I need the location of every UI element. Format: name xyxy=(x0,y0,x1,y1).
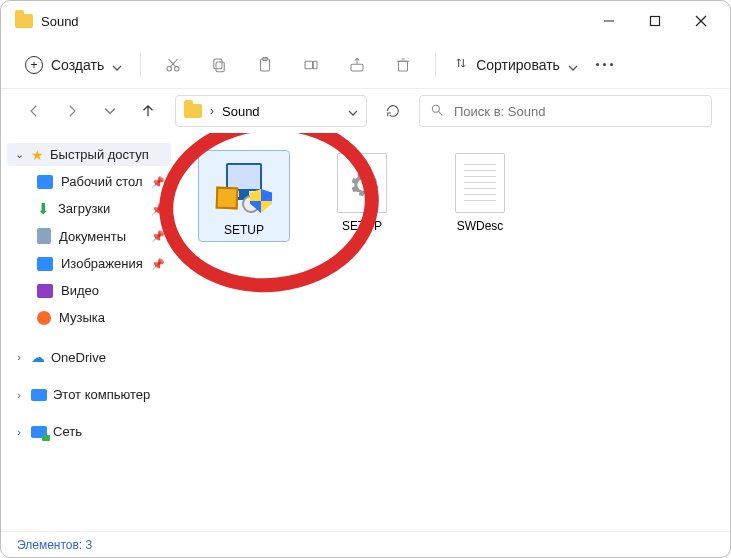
sidebar: ⌄ ★ Быстрый доступ Рабочий стол 📌 ⬇ Загр… xyxy=(1,133,179,531)
svg-rect-12 xyxy=(305,61,313,69)
navbar: › Sound Поиск в: Sound xyxy=(1,89,730,133)
rename-button[interactable] xyxy=(291,49,331,81)
sidebar-item-this-pc[interactable]: › Этот компьютер xyxy=(3,381,175,408)
sort-button-label: Сортировать xyxy=(476,57,560,73)
sidebar-item-label: Музыка xyxy=(59,310,105,325)
sidebar-item-label: Документы xyxy=(59,229,126,244)
file-item[interactable]: SWDesc xyxy=(435,151,525,241)
copy-button[interactable] xyxy=(199,49,239,81)
file-label: SETUP xyxy=(342,219,382,233)
sidebar-item-label: Изображения xyxy=(61,256,143,271)
cloud-icon: ☁ xyxy=(31,349,45,365)
back-button[interactable] xyxy=(19,96,49,126)
chevron-down-icon: ⌄ xyxy=(13,148,25,161)
explorer-window: Sound + Создать xyxy=(0,0,731,558)
text-file-icon xyxy=(448,151,512,215)
search-input[interactable]: Поиск в: Sound xyxy=(419,95,712,127)
svg-rect-13 xyxy=(313,61,317,69)
music-icon xyxy=(37,311,51,325)
pc-icon xyxy=(31,389,47,401)
file-item[interactable]: SETUP xyxy=(317,151,407,241)
maximize-button[interactable] xyxy=(632,5,678,37)
star-icon: ★ xyxy=(31,148,44,162)
separator xyxy=(140,53,141,77)
chevron-down-icon[interactable] xyxy=(348,106,358,116)
file-label: SETUP xyxy=(224,223,264,237)
chevron-down-icon xyxy=(112,60,122,70)
sidebar-item-pictures[interactable]: Изображения 📌 xyxy=(3,250,175,277)
pin-icon: 📌 xyxy=(151,258,165,271)
sidebar-item-documents[interactable]: Документы 📌 xyxy=(3,222,175,250)
up-button[interactable] xyxy=(133,96,163,126)
config-file-icon xyxy=(330,151,394,215)
recent-locations-button[interactable] xyxy=(95,96,125,126)
new-button-label: Создать xyxy=(51,57,104,73)
network-icon xyxy=(31,426,47,438)
svg-point-18 xyxy=(432,105,439,112)
desktop-icon xyxy=(37,175,53,189)
paste-button[interactable] xyxy=(245,49,285,81)
sidebar-item-desktop[interactable]: Рабочий стол 📌 xyxy=(3,168,175,195)
video-icon xyxy=(37,284,53,298)
new-button[interactable]: + Создать xyxy=(19,52,128,78)
chevron-right-icon: › xyxy=(13,426,25,438)
sort-button[interactable]: Сортировать xyxy=(448,52,584,77)
svg-rect-1 xyxy=(651,17,660,26)
sidebar-item-network[interactable]: › Сеть xyxy=(3,418,175,445)
svg-point-5 xyxy=(175,66,180,71)
plus-icon: + xyxy=(25,56,43,74)
svg-rect-9 xyxy=(214,59,222,69)
share-button[interactable] xyxy=(337,49,377,81)
sidebar-item-label: Загрузки xyxy=(58,201,110,216)
gear-icon xyxy=(346,168,380,202)
close-button[interactable] xyxy=(678,5,724,37)
cut-button[interactable] xyxy=(153,49,193,81)
svg-rect-14 xyxy=(351,64,363,71)
file-item[interactable]: SETUP xyxy=(199,151,289,241)
sidebar-item-label: Быстрый доступ xyxy=(50,147,149,162)
sidebar-item-label: Этот компьютер xyxy=(53,387,150,402)
document-icon xyxy=(37,228,51,244)
sidebar-quick-access[interactable]: ⌄ ★ Быстрый доступ xyxy=(7,143,171,166)
sort-icon xyxy=(454,56,468,73)
titlebar: Sound xyxy=(1,1,730,41)
minimize-button[interactable] xyxy=(586,5,632,37)
chevron-right-icon: › xyxy=(210,104,214,118)
download-icon: ⬇ xyxy=(37,201,50,216)
pictures-icon xyxy=(37,257,53,271)
pin-icon: 📌 xyxy=(151,176,165,189)
svg-rect-8 xyxy=(216,62,224,72)
breadcrumb-current: Sound xyxy=(222,104,260,119)
delete-button[interactable] xyxy=(383,49,423,81)
chevron-right-icon: › xyxy=(13,389,25,401)
svg-rect-15 xyxy=(399,61,408,71)
svg-line-19 xyxy=(439,111,443,115)
sidebar-item-label: OneDrive xyxy=(51,350,106,365)
sidebar-item-videos[interactable]: Видео xyxy=(3,277,175,304)
file-label: SWDesc xyxy=(457,219,504,233)
window-title: Sound xyxy=(41,14,79,29)
status-bar: Элементов: 3 xyxy=(1,531,730,557)
pin-icon: 📌 xyxy=(151,230,165,243)
sidebar-item-label: Видео xyxy=(61,283,99,298)
sidebar-item-label: Рабочий стол xyxy=(61,174,143,189)
sidebar-item-onedrive[interactable]: › ☁ OneDrive xyxy=(3,343,175,371)
search-placeholder: Поиск в: Sound xyxy=(454,104,545,119)
chevron-down-icon xyxy=(568,60,578,70)
svg-point-4 xyxy=(167,66,172,71)
chevron-right-icon: › xyxy=(13,351,25,363)
folder-icon xyxy=(184,104,202,118)
installer-exe-icon xyxy=(212,155,276,219)
pin-icon: 📌 xyxy=(151,203,165,216)
sidebar-item-downloads[interactable]: ⬇ Загрузки 📌 xyxy=(3,195,175,222)
body: ⌄ ★ Быстрый доступ Рабочий стол 📌 ⬇ Загр… xyxy=(1,133,730,531)
toolbar: + Создать xyxy=(1,41,730,89)
separator xyxy=(435,53,436,77)
breadcrumb[interactable]: › Sound xyxy=(175,95,367,127)
refresh-button[interactable] xyxy=(375,103,411,119)
sidebar-item-music[interactable]: Музыка xyxy=(3,304,175,331)
forward-button[interactable] xyxy=(57,96,87,126)
status-text: Элементов: 3 xyxy=(17,538,92,552)
folder-icon xyxy=(15,14,33,28)
more-button[interactable] xyxy=(596,63,613,66)
